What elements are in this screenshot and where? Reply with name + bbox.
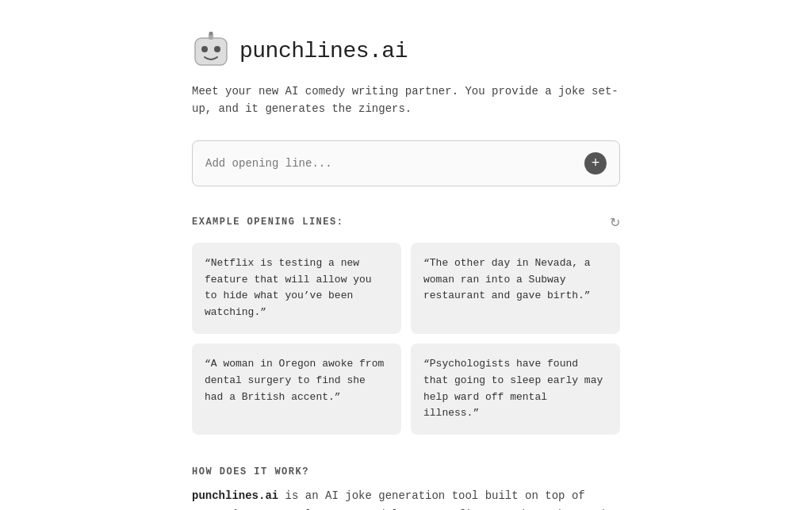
logo-icon <box>192 32 230 70</box>
example-card-1[interactable]: “Netflix is testing a new feature that w… <box>192 243 401 334</box>
header: punchlines.ai <box>192 32 620 70</box>
example-card-3[interactable]: “A woman in Oregon awoke from dental sur… <box>192 343 401 435</box>
how-section: HOW DOES IT WORK? punchlines.ai is an AI… <box>192 466 620 510</box>
svg-point-1 <box>201 46 208 52</box>
example-card-4[interactable]: “Psychologists have found that going to … <box>411 343 620 435</box>
example-card-text-4: “Psychologists have found that going to … <box>423 358 603 419</box>
refresh-icon: ↻ <box>610 216 620 229</box>
examples-header: EXAMPLE OPENING LINES: ↻ <box>192 215 620 230</box>
svg-point-2 <box>214 46 220 52</box>
examples-grid: “Netflix is testing a new feature that w… <box>192 243 620 435</box>
title-bold: punchlines <box>239 39 369 63</box>
example-card-2[interactable]: “The other day in Nevada, a woman ran in… <box>411 243 620 334</box>
brand-name: punchlines.ai <box>192 489 278 502</box>
refresh-button[interactable]: ↻ <box>610 215 620 230</box>
input-row: + <box>192 140 620 186</box>
joke-input[interactable] <box>205 157 584 170</box>
example-card-text-1: “Netflix is testing a new feature that w… <box>205 257 372 318</box>
example-card-text-3: “A woman in Oregon awoke from dental sur… <box>205 358 384 403</box>
how-text: punchlines.ai is an AI joke generation t… <box>192 487 620 510</box>
how-label: HOW DOES IT WORK? <box>192 466 620 477</box>
example-card-text-2: “The other day in Nevada, a woman ran in… <box>423 257 591 302</box>
tagline: Meet your new AI comedy writing partner.… <box>192 82 620 118</box>
page-container: punchlines.ai Meet your new AI comedy wr… <box>176 0 636 510</box>
svg-rect-0 <box>195 38 227 65</box>
app-title: punchlines.ai <box>239 39 408 63</box>
title-suffix: .ai <box>369 39 408 63</box>
examples-label: EXAMPLE OPENING LINES: <box>192 217 343 228</box>
examples-section: EXAMPLE OPENING LINES: ↻ “Netflix is tes… <box>192 215 620 435</box>
submit-button[interactable]: + <box>584 152 607 174</box>
plus-icon: + <box>592 155 600 171</box>
